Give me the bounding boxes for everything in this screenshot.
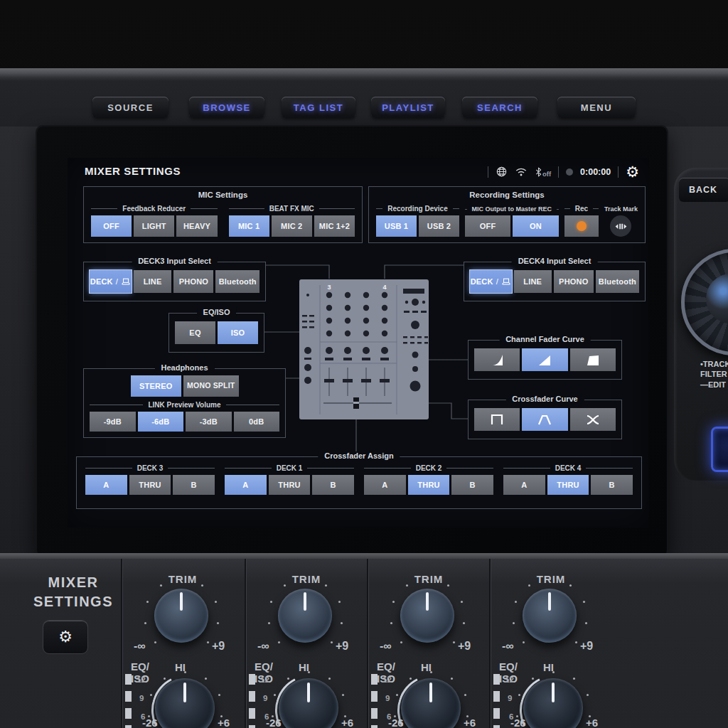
shortcut-glow-button[interactable]: [711, 427, 728, 472]
deck2-assign-b-button[interactable]: B: [451, 475, 493, 495]
fader-curve-fast-button[interactable]: [570, 348, 616, 371]
feedback-off-button[interactable]: OFF: [91, 215, 132, 237]
link-vol-0db-button[interactable]: 0dB: [234, 412, 280, 432]
deck3-assign-thru-button[interactable]: THRU: [129, 475, 171, 495]
playlist-button[interactable]: PLAYLIST: [371, 97, 445, 118]
deck4-assign-a-button[interactable]: A: [503, 475, 545, 495]
crossfader-assign-panel: Crossfader Assign DECK 3 A THRU B DECK 1…: [76, 456, 642, 509]
rec-device-usb2-button[interactable]: USB 2: [419, 215, 459, 237]
back-button[interactable]: BACK: [679, 178, 728, 202]
settings-gear-icon[interactable]: ⚙: [626, 164, 639, 179]
xfader-curve-trapezoid-button[interactable]: [522, 408, 567, 431]
crossfader[interactable]: [353, 397, 359, 409]
rec-dot-icon: [577, 221, 587, 231]
trim-min-label: -∞: [257, 640, 269, 653]
track-mark-icon: [614, 221, 628, 232]
trim-max-label: +9: [212, 640, 225, 653]
deck4-assign-thru-button[interactable]: THRU: [547, 475, 589, 495]
link-vol-3db-button[interactable]: -3dB: [186, 412, 232, 432]
feedback-heavy-button[interactable]: HEAVY: [176, 215, 217, 237]
xfader-curve-square-button[interactable]: [474, 408, 520, 431]
eq-max-label: +6: [586, 717, 598, 728]
beatfx-mic12-button[interactable]: MIC 1+2: [314, 215, 355, 237]
eq-button[interactable]: EQ: [175, 321, 215, 344]
deck2-assign-thru-button[interactable]: THRU: [408, 475, 450, 495]
deck3-assign-b-button[interactable]: B: [173, 475, 215, 495]
rec-timer: 0:00:00: [580, 167, 611, 177]
panel-edge: [0, 553, 728, 559]
deck1-assign-thru-button[interactable]: THRU: [269, 475, 311, 495]
deck4-deck-button[interactable]: DECK/: [470, 270, 512, 293]
mic-to-rec-off-button[interactable]: OFF: [465, 215, 510, 237]
bluetooth-state: off: [542, 170, 551, 178]
deck3-deck-button[interactable]: DECK/: [90, 270, 132, 293]
assign-group-deck3: DECK 3 A THRU B: [85, 464, 215, 495]
feedback-light-button[interactable]: LIGHT: [134, 215, 174, 237]
mic-settings-panel: MIC Settings Feedback Reducer OFF LIGHT …: [83, 186, 363, 243]
deck3-input-panel: DECK3 Input Select DECK/ LINE PHONO Blue…: [83, 262, 266, 301]
track-mark-button[interactable]: [610, 215, 631, 237]
slash: /: [496, 277, 498, 286]
eq-max-label: +6: [341, 717, 353, 728]
deck3-line-button[interactable]: LINE: [134, 270, 171, 293]
rec-button[interactable]: [564, 215, 599, 237]
iso-button[interactable]: ISO: [218, 321, 258, 344]
beatfx-mic1-button[interactable]: MIC 1: [229, 215, 269, 237]
channel-4-label: 4: [382, 284, 386, 291]
browse-button[interactable]: BROWSE: [189, 97, 264, 118]
search-button[interactable]: SEARCH: [462, 97, 537, 118]
mic-to-rec-on-button[interactable]: ON: [513, 215, 558, 237]
deck3-bluetooth-button[interactable]: Bluetooth: [215, 270, 259, 293]
panel-title: Recording Settings: [369, 187, 645, 199]
eq-min-label: -26: [266, 717, 282, 728]
xfader-curve-cross-button[interactable]: [570, 408, 616, 431]
panel-title: Channel Fader Curve: [499, 335, 591, 343]
eq-min-label: -26: [388, 717, 404, 728]
menu-button[interactable]: MENU: [557, 97, 636, 118]
deck1-assign-b-button[interactable]: B: [312, 475, 354, 495]
group-label: DECK 1: [225, 464, 354, 472]
deck4-assign-b-button[interactable]: B: [591, 475, 633, 495]
headphones-panel: Headphones STEREO MONO SPLIT LINK Previe…: [83, 368, 286, 438]
trim-knob[interactable]: [523, 589, 577, 643]
channel-fader-curve-panel: Channel Fader Curve: [468, 340, 622, 380]
deck1-assign-a-button[interactable]: A: [225, 475, 267, 495]
meter-scale-9: 9: [263, 694, 267, 702]
link-vol-9db-button[interactable]: -9dB: [90, 412, 136, 432]
trim-label: TRIM: [246, 573, 367, 585]
level-meter: [125, 674, 132, 728]
eq-max-label: +6: [464, 717, 476, 728]
deck4-phono-button[interactable]: PHONO: [554, 270, 594, 293]
meter-scale-12: 12: [505, 675, 514, 684]
fader-curve-linear-button[interactable]: [522, 348, 567, 371]
tag-list-button[interactable]: TAG LIST: [282, 97, 355, 118]
trim-knob[interactable]: [154, 589, 208, 643]
fader-curve-slow-button[interactable]: [474, 348, 520, 371]
panel-title: Headphones: [154, 363, 214, 372]
trim-knob[interactable]: [278, 589, 332, 643]
source-button[interactable]: SOURCE: [92, 97, 168, 118]
deck2-assign-a-button[interactable]: A: [364, 475, 406, 495]
deck4-bluetooth-button[interactable]: Bluetooth: [596, 270, 639, 293]
link-vol-6db-button[interactable]: -6dB: [138, 412, 184, 432]
panel-title: MIC Settings: [84, 187, 362, 199]
beatfx-mic2-button[interactable]: MIC 2: [272, 215, 312, 237]
mixer-settings-gear-button[interactable]: ⚙: [43, 620, 88, 654]
deck4-line-button[interactable]: LINE: [514, 270, 552, 293]
trapezoid-curve-icon: [536, 412, 553, 427]
device: SOURCE BROWSE TAG LIST PLAYLIST SEARCH M…: [0, 0, 728, 728]
group-label: Feedback Reducer: [91, 205, 218, 213]
trim-knob[interactable]: [400, 589, 454, 643]
laptop-icon: [121, 278, 131, 286]
rec-device-usb1-button[interactable]: USB 1: [376, 215, 417, 237]
stereo-button[interactable]: STEREO: [131, 375, 181, 397]
mixer-diagram: 3 4: [299, 279, 429, 419]
level-meter: [249, 674, 255, 728]
deck3-assign-a-button[interactable]: A: [85, 475, 127, 495]
meter-scale-9: 9: [139, 694, 144, 702]
deck3-phono-button[interactable]: PHONO: [173, 270, 213, 293]
level-meter: [371, 674, 378, 728]
top-panel: SOURCE BROWSE TAG LIST PLAYLIST SEARCH M…: [0, 68, 728, 127]
mono-split-button[interactable]: MONO SPLIT: [183, 375, 240, 397]
divider: [558, 166, 559, 178]
